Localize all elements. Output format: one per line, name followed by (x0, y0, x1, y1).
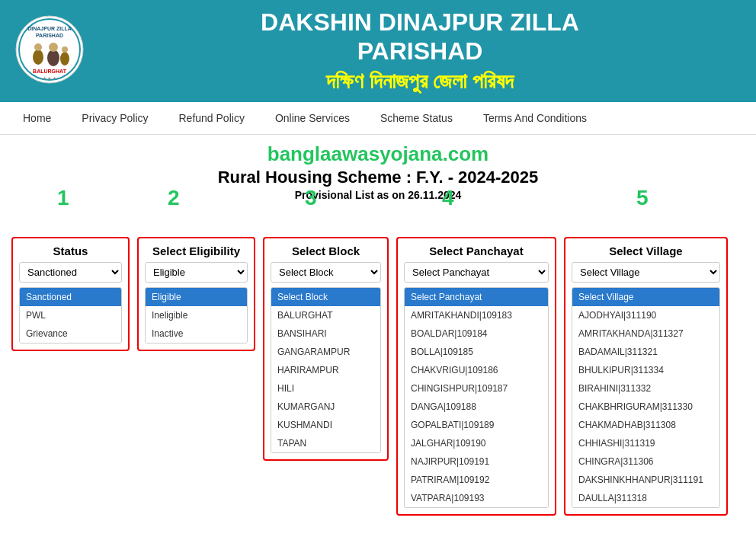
block-option-gangarampur[interactable]: GANGARAMPUR (271, 343, 380, 361)
main-content: banglaawasyojana.com Rural Housing Schem… (0, 135, 756, 531)
header: DINAJPUR ZILLA PARISHAD BALURGHAT ★ ★ ★ … (0, 0, 756, 102)
panchayat-option-danga[interactable]: DANGA|109188 (405, 398, 548, 416)
block-dropdown-list: Select Block BALURGHAT BANSIHARI GANGARA… (271, 287, 381, 453)
svg-text:★ ★ ★: ★ ★ ★ (43, 76, 56, 81)
village-option-chingra[interactable]: CHINGRA|311306 (572, 452, 719, 471)
eligibility-select[interactable]: Eligible (145, 262, 248, 283)
svg-point-8 (60, 52, 69, 66)
panchayat-option-bolla[interactable]: BOLLA|109185 (405, 343, 548, 361)
status-option-sanctioned[interactable]: Sanctioned (20, 288, 121, 306)
logo-container: DINAJPUR ZILLA PARISHAD BALURGHAT ★ ★ ★ (15, 15, 84, 87)
header-title-bengali: দক্ষিণ দিনাজপুর জেলা পরিষদ (99, 69, 741, 94)
step-5-number: 5 (636, 186, 649, 210)
header-text: DAKSHIN DINAJPUR ZILLA PARISHAD দক্ষিণ দ… (99, 8, 741, 94)
status-label: Status (19, 244, 122, 257)
panchayat-option-chakvrigu[interactable]: CHAKVRIGU|109186 (405, 361, 548, 379)
step-1-number: 1 (57, 186, 69, 210)
block-option-select[interactable]: Select Block (271, 288, 380, 306)
panchayat-option-patriram[interactable]: PATRIRAM|109192 (405, 471, 548, 489)
village-option-badamail[interactable]: BADAMAIL|311321 (572, 343, 719, 361)
panchayat-option-vatpara[interactable]: VATPARA|109193 (405, 489, 548, 507)
filter-block-box: Select Block Select Block Select Block B… (263, 237, 389, 461)
village-option-chhiashi[interactable]: CHHIASHI|311319 (572, 434, 719, 452)
status-select[interactable]: Sanctioned (19, 262, 122, 283)
provisional-date: Provisional List as on 26.11.2024 (11, 189, 745, 201)
filter-village-box: Select Village Select Village Select Vil… (564, 237, 728, 516)
scheme-title: Rural Housing Scheme : F.Y. - 2024-2025 (11, 168, 745, 187)
eligibility-label: Select Eligibility (145, 244, 248, 257)
block-option-tapan[interactable]: TAPAN (271, 434, 380, 452)
nav-refund-policy[interactable]: Refund Policy (164, 102, 260, 134)
org-logo: DINAJPUR ZILLA PARISHAD BALURGHAT ★ ★ ★ (15, 15, 84, 84)
step-2-number: 2 (168, 186, 180, 210)
eligibility-dropdown-list: Eligible Ineligible Inactive (145, 287, 248, 344)
nav-home[interactable]: Home (8, 102, 66, 134)
village-option-dakshinkhhanpur[interactable]: DAKSHINKHHANPUR|311191 (572, 471, 719, 489)
village-option-daulla[interactable]: DAULLA|311318 (572, 489, 719, 507)
step-3-number: 3 (305, 186, 317, 210)
village-dropdown-list: Select Village AJODHYAI|311190 AMRITAKHA… (572, 287, 720, 508)
header-title-english: DAKSHIN DINAJPUR ZILLA PARISHAD (99, 8, 741, 66)
village-select[interactable]: Select Village (572, 262, 720, 283)
block-label: Select Block (271, 244, 381, 257)
svg-text:DINAJPUR ZILLA: DINAJPUR ZILLA (27, 26, 72, 31)
eligibility-option-inactive[interactable]: Inactive (146, 324, 247, 343)
svg-text:PARISHAD: PARISHAD (36, 33, 63, 38)
panchayat-option-najirpur[interactable]: NAJIRPUR|109191 (405, 452, 548, 471)
block-select[interactable]: Select Block (271, 262, 381, 283)
village-option-ajodhyai[interactable]: AJODHYAI|311190 (572, 306, 719, 324)
block-option-bansihari[interactable]: BANSIHARI (271, 324, 380, 343)
svg-point-6 (47, 50, 59, 66)
filter-eligibility-box: Select Eligibility Eligible Eligible Ine… (137, 237, 255, 351)
village-option-chakbhriguram[interactable]: CHAKBHRIGURAM|311330 (572, 398, 719, 416)
panchayat-dropdown-list: Select Panchayat AMRITAKHANDI|109183 BOA… (404, 287, 549, 508)
panchayat-select[interactable]: Select Panchayat (404, 262, 549, 283)
nav-terms-conditions[interactable]: Terms And Conditions (468, 102, 602, 134)
block-option-harirampur[interactable]: HARIRAMPUR (271, 361, 380, 379)
panchayat-option-amritakhandi[interactable]: AMRITAKHANDI|109183 (405, 306, 548, 324)
status-option-pwl[interactable]: PWL (20, 306, 121, 324)
village-option-bhulkipur[interactable]: BHULKIPUR|311334 (572, 361, 719, 379)
filter-row: Status Sanctioned Sanctioned PWL Grievan… (11, 237, 745, 516)
svg-point-5 (34, 43, 42, 51)
panchayat-option-select[interactable]: Select Panchayat (405, 288, 548, 306)
block-option-hili[interactable]: HILI (271, 379, 380, 398)
navigation: Home Privacy Policy Refund Policy Online… (0, 102, 756, 135)
panchayat-option-chingishpur[interactable]: CHINGISHPUR|109187 (405, 379, 548, 398)
village-option-chakmadhab[interactable]: CHAKMADHAB|311308 (572, 416, 719, 434)
status-dropdown-list: Sanctioned PWL Grievance (19, 287, 122, 344)
panchayat-label: Select Panchayat (404, 244, 549, 257)
svg-text:BALURGHAT: BALURGHAT (33, 69, 67, 74)
watermark-text: banglaawasyojana.com (11, 142, 745, 166)
filter-status-box: Status Sanctioned Sanctioned PWL Grievan… (11, 237, 130, 351)
panchayat-option-boaldar[interactable]: BOALDAR|109184 (405, 324, 548, 343)
filter-panchayat-box: Select Panchayat Select Panchayat Select… (396, 237, 556, 516)
status-option-grievance[interactable]: Grievance (20, 324, 121, 343)
svg-point-7 (49, 43, 58, 52)
step-4-number: 4 (442, 186, 454, 210)
block-option-kumarganj[interactable]: KUMARGANJ (271, 398, 380, 416)
village-option-amritakhanda[interactable]: AMRITAKHANDA|311327 (572, 324, 719, 343)
block-option-kushmandi[interactable]: KUSHMANDI (271, 416, 380, 434)
village-label: Select Village (572, 244, 720, 257)
svg-point-4 (33, 50, 43, 65)
nav-privacy-policy[interactable]: Privacy Policy (66, 102, 163, 134)
eligibility-option-eligible[interactable]: Eligible (146, 288, 247, 306)
eligibility-option-ineligible[interactable]: Ineligible (146, 306, 247, 324)
svg-point-9 (62, 46, 68, 53)
block-option-balurghat[interactable]: BALURGHAT (271, 306, 380, 324)
nav-scheme-status[interactable]: Scheme Status (365, 102, 468, 134)
nav-online-services[interactable]: Online Services (260, 102, 365, 134)
panchayat-option-jalghar[interactable]: JALGHAR|109190 (405, 434, 548, 452)
village-option-select[interactable]: Select Village (572, 288, 719, 306)
village-option-birahini[interactable]: BIRAHINI|311332 (572, 379, 719, 398)
panchayat-option-gopalbati[interactable]: GOPALBATI|109189 (405, 416, 548, 434)
